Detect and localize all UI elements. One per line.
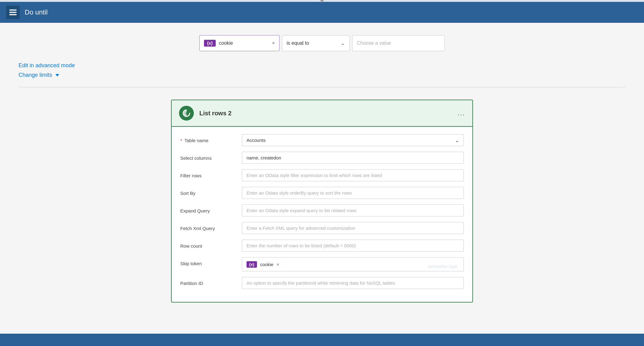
fetch-xml-label: Fetch Xml Query [180,222,236,231]
skip-token-control: {x} cookie × innovative logic [242,257,464,271]
condition-left-clear[interactable]: × [272,40,275,46]
skip-token-badge: {x} [247,261,257,268]
form-row-partition-id: Partition ID [180,277,464,289]
card-header: List rows 2 ... [172,100,472,127]
card-title: List rows 2 [199,110,231,117]
svg-rect-2 [9,14,16,15]
row-count-input[interactable] [242,240,464,252]
form-row-table-name: * Table name Accounts ⌄ [180,134,464,146]
partition-id-label: Partition ID [180,277,236,286]
skip-token-input-wrapper[interactable]: {x} cookie × [242,257,464,271]
select-columns-control [242,152,464,164]
main-content: {x} cookie × is equal to ⌄ Choose a valu… [0,23,644,346]
sort-by-label: Sort By [180,187,236,196]
change-limits-link[interactable]: Change limits [18,72,626,78]
condition-operator-dropdown[interactable]: is equal to ⌄ [282,35,350,51]
table-name-select-wrapper: Accounts ⌄ [242,134,464,146]
form-row-filter-rows: Filter rows [180,169,464,181]
filter-rows-label: Filter rows [180,169,236,178]
card-body: * Table name Accounts ⌄ Select columns [172,127,472,302]
cursor-arrow-icon [320,0,324,2]
form-row-sort-by: Sort By [180,187,464,199]
required-indicator: * [180,138,182,143]
sort-by-input[interactable] [242,187,464,199]
fetch-xml-control [242,222,464,234]
condition-left-text: cookie [219,40,270,46]
skip-token-clear[interactable]: × [276,262,279,267]
page-title: Do until [25,8,48,16]
skip-token-value: cookie [260,262,273,267]
card-menu-button[interactable]: ... [458,109,465,117]
condition-left-value[interactable]: {x} cookie × [199,35,279,51]
section-divider [18,87,626,87]
operator-chevron-icon: ⌄ [340,40,345,47]
edit-advanced-link[interactable]: Edit in advanced mode [18,62,626,69]
back-icon [9,8,17,17]
filter-rows-control [242,169,464,181]
back-button[interactable] [6,6,20,19]
table-name-control: Accounts ⌄ [242,134,464,146]
form-row-select-columns: Select columns [180,152,464,164]
expression-badge: {x} [204,40,216,47]
list-rows-card: List rows 2 ... * Table name Accounts ⌄ [171,100,473,303]
skip-token-label: Skip token [180,257,236,266]
table-name-select[interactable]: Accounts [242,134,464,146]
dataverse-icon [182,109,191,117]
expand-query-label: Expand Query [180,204,236,213]
expand-query-control [242,204,464,216]
fetch-xml-input[interactable] [242,222,464,234]
condition-operator-text: is equal to [287,40,340,46]
filter-rows-input[interactable] [242,169,464,181]
form-row-fetch-xml: Fetch Xml Query [180,222,464,234]
change-limits-chevron-icon [55,74,59,76]
header: Do until [0,2,644,23]
expand-query-input[interactable] [242,204,464,216]
svg-rect-1 [9,12,16,13]
table-name-label: * Table name [180,134,236,143]
svg-rect-0 [9,10,16,11]
condition-right-placeholder: Choose a value [357,40,391,46]
select-columns-label: Select columns [180,152,236,161]
links-section: Edit in advanced mode Change limits [18,62,626,78]
row-count-label: Row count [180,240,236,249]
select-columns-input[interactable] [242,152,464,164]
partition-id-input[interactable] [242,277,464,289]
bottom-bar [0,334,644,346]
row-count-control [242,240,464,252]
form-row-row-count: Row count [180,240,464,252]
partition-id-control [242,277,464,289]
condition-row: {x} cookie × is equal to ⌄ Choose a valu… [18,35,626,51]
card-header-left: List rows 2 [179,106,231,121]
form-row-skip-token: Skip token {x} cookie × innovative logic [180,257,464,271]
sort-by-control [242,187,464,199]
condition-right-value[interactable]: Choose a value [352,35,445,51]
form-row-expand-query: Expand Query [180,204,464,216]
dataverse-icon-circle [179,106,194,121]
